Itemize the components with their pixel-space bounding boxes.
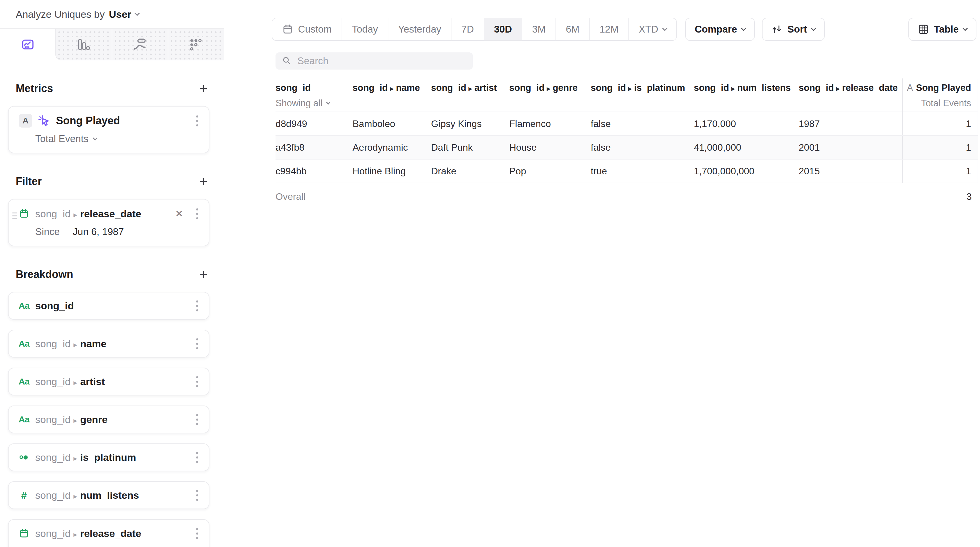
date-range-yesterday[interactable]: Yesterday [388, 18, 451, 40]
kebab-menu-icon[interactable] [194, 450, 200, 465]
breakdown-property-prefix: song_id [35, 338, 70, 350]
table-search [275, 52, 473, 70]
table-cell: false [591, 118, 694, 129]
chevron-down-icon [92, 136, 97, 141]
breakdown-property-name: is_platinum [80, 452, 136, 463]
table-cell: 2015 [799, 166, 902, 177]
breakdown-item[interactable]: Aasong_id▸genre [8, 406, 210, 433]
boolean-property-icon [19, 451, 29, 463]
metrics-section-head: Metrics + [16, 81, 210, 96]
kebab-menu-icon[interactable] [194, 488, 200, 503]
metric-card[interactable]: A Song Played Total Events [8, 106, 210, 153]
filter-property-name: release_date [80, 208, 141, 220]
search-input[interactable] [298, 55, 466, 67]
metric-letter-badge: A [19, 114, 32, 128]
date-range-xtd[interactable]: XTD [628, 18, 676, 40]
breakdown-property-name: name [80, 338, 107, 350]
column-header-num_listens: song_id▸num_listens [694, 78, 799, 112]
sidebar-tab-retention[interactable] [168, 29, 224, 60]
table-view-button[interactable]: Table [908, 18, 977, 41]
breakdown-property-name: artist [80, 376, 105, 387]
add-filter-button[interactable]: + [197, 174, 210, 189]
compare-button[interactable]: Compare [685, 18, 755, 41]
date-property-icon [19, 528, 29, 539]
property-caret-icon: ▸ [628, 85, 632, 93]
showing-all-dropdown[interactable]: Showing all [275, 98, 353, 109]
drag-handle-icon[interactable] [12, 212, 17, 219]
metrics-heading: Metrics [16, 82, 53, 95]
property-caret-icon: ▸ [73, 416, 77, 425]
column-header-song_id: song_idShowing all [275, 78, 353, 112]
date-range-today[interactable]: Today [342, 18, 388, 40]
date-range-6m[interactable]: 6M [555, 18, 589, 40]
table-row: d8d949BamboleoGipsy KingsFlamencofalse1,… [275, 112, 978, 136]
filter-card[interactable]: song_id ▸ release_date ✕ Since Jun 6, 19… [8, 199, 210, 246]
breakdown-item[interactable]: Aasong_id▸name [8, 330, 210, 358]
sidebar-tab-bar-chart[interactable] [56, 29, 111, 60]
date-range-12m[interactable]: 12M [589, 18, 628, 40]
text-property-icon: Aa [19, 376, 29, 387]
sidebar-tab-flows[interactable] [112, 29, 168, 60]
kebab-menu-icon[interactable] [194, 374, 200, 389]
number-property-icon: # [19, 489, 29, 501]
kebab-menu-icon[interactable] [194, 207, 200, 221]
chevron-down-icon [326, 100, 330, 105]
date-property-icon [19, 208, 29, 220]
kebab-menu-icon[interactable] [194, 412, 200, 427]
breakdown-item[interactable]: Aasong_id▸artist [8, 368, 210, 395]
metric-value-cell: 1 [902, 136, 978, 159]
breakdown-list: Aasong_idAasong_id▸nameAasong_id▸artistA… [0, 292, 224, 547]
property-caret-icon: ▸ [73, 454, 77, 463]
breakdown-property-prefix: song_id [35, 528, 70, 539]
sidebar-tab-insights[interactable] [0, 29, 56, 60]
filter-value[interactable]: Jun 6, 1987 [73, 226, 124, 238]
filter-operator-dropdown[interactable]: Since [35, 226, 60, 238]
kebab-menu-icon[interactable] [194, 526, 200, 541]
analyze-label: Analyze Uniques by [16, 9, 105, 20]
breakdown-item[interactable]: song_id▸release_dateby Year [8, 519, 210, 547]
kebab-menu-icon[interactable] [194, 114, 200, 128]
date-range-custom[interactable]: Custom [272, 18, 342, 40]
breakdown-property-name: num_listens [80, 490, 139, 501]
table-cell: c994bb [275, 166, 353, 177]
table-cell: Gipsy Kings [431, 118, 509, 129]
entity-value: User [109, 9, 132, 20]
analyze-row: Analyze Uniques by User [0, 0, 224, 29]
sort-arrows-icon [772, 24, 783, 35]
kebab-menu-icon[interactable] [194, 336, 200, 351]
breakdown-bucket-dropdown[interactable]: by Year [35, 545, 200, 547]
property-caret-icon: ▸ [732, 85, 735, 93]
kebab-menu-icon[interactable] [194, 299, 200, 313]
chevron-down-icon [963, 26, 968, 31]
column-header-name: song_id▸name [353, 78, 431, 112]
results-table: song_idShowing allsong_id▸namesong_id▸ar… [275, 78, 978, 210]
table-cell: Bamboleo [353, 118, 431, 129]
breakdown-section-head: Breakdown + [16, 267, 210, 282]
overall-label: Overall [275, 191, 353, 202]
column-header-artist: song_id▸artist [431, 78, 509, 112]
analyze-entity-dropdown[interactable]: User [109, 9, 139, 20]
metric-aggregation-dropdown[interactable]: Total Events [35, 133, 200, 144]
add-breakdown-button[interactable]: + [197, 267, 210, 282]
table-cell: 1987 [799, 118, 902, 129]
property-caret-icon: ▸ [390, 85, 394, 93]
query-builder-sidebar: Analyze Uniques by User Metrics + A Song… [0, 0, 224, 547]
remove-filter-icon[interactable]: ✕ [174, 207, 184, 220]
breakdown-item[interactable]: Aasong_id [8, 292, 210, 320]
table-cell: 2001 [799, 142, 902, 153]
date-range-30d[interactable]: 30D [484, 18, 522, 40]
column-header-release_date: song_id▸release_date [799, 78, 902, 112]
column-header-is_platinum: song_id▸is_platinum [591, 78, 694, 112]
metric-value-cell: 1 [902, 112, 978, 135]
breakdown-property-prefix: song_id [35, 376, 70, 387]
date-range-7d[interactable]: 7D [451, 18, 484, 40]
column-header-genre: song_id▸genre [509, 78, 591, 112]
date-range-3m[interactable]: 3M [522, 18, 555, 40]
table-cell: d8d949 [275, 118, 353, 129]
breakdown-item[interactable]: song_id▸is_platinum [8, 443, 210, 471]
event-click-icon [37, 114, 51, 128]
sort-button[interactable]: Sort [762, 18, 825, 41]
add-metric-button[interactable]: + [197, 81, 210, 96]
breakdown-item[interactable]: #song_id▸num_listens [8, 481, 210, 509]
chevron-down-icon [811, 26, 816, 31]
